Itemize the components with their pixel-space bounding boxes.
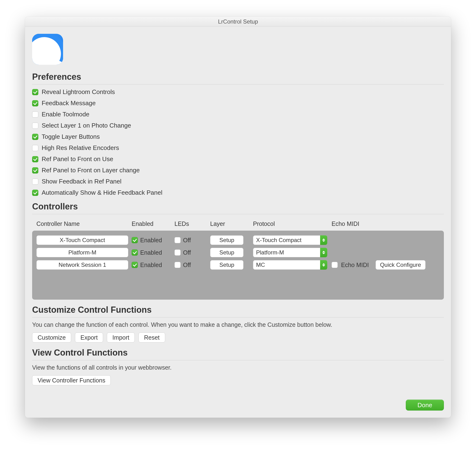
window-title: LrControl Setup <box>218 18 258 25</box>
preference-label: High Res Relative Encoders <box>42 144 119 152</box>
preference-checkbox[interactable] <box>32 145 38 151</box>
divider <box>32 317 444 318</box>
controller-row: Platform-MEnabledOffSetupPlatform-M <box>35 246 441 259</box>
divider <box>32 84 444 85</box>
export-button[interactable]: Export <box>75 333 103 342</box>
customize-button[interactable]: Customize <box>32 333 71 342</box>
preference-row: Reveal Lightroom Controls <box>32 88 444 96</box>
protocol-select[interactable]: Platform-M <box>253 248 327 257</box>
controllers-body: X-Touch CompactEnabledOffSetupX-Touch Co… <box>32 231 444 300</box>
preference-label: Select Layer 1 on Photo Change <box>42 122 131 129</box>
done-button[interactable]: Done <box>406 400 444 410</box>
preference-label: Ref Panel to Front on Layer change <box>42 167 140 174</box>
view-heading: View Control Functions <box>32 348 444 358</box>
chevron-updown-icon <box>320 235 327 245</box>
preference-checkbox[interactable] <box>32 134 38 140</box>
leds-off-label: Off <box>183 262 191 269</box>
app-icon <box>32 34 63 65</box>
controller-row: Network Session 1EnabledOffSetupMCEcho M… <box>35 259 441 271</box>
chevron-updown-icon <box>320 248 327 257</box>
footer: Done <box>32 400 444 410</box>
controller-enabled-label: Enabled <box>140 262 162 269</box>
setup-window: LrControl Setup Preferences Reveal Light… <box>25 17 451 418</box>
leds-off-checkbox[interactable] <box>174 262 181 268</box>
preferences-heading: Preferences <box>32 72 444 82</box>
preference-checkbox[interactable] <box>32 167 38 173</box>
controllers-panel: Controller Name Enabled LEDs Layer Proto… <box>32 218 444 300</box>
col-layer: Layer <box>210 221 253 227</box>
preference-row: Show Feedback in Ref Panel <box>32 178 444 185</box>
preference-row: Select Layer 1 on Photo Change <box>32 122 444 129</box>
layer-setup-button[interactable]: Setup <box>210 235 243 245</box>
preference-row: Ref Panel to Front on Use <box>32 155 444 163</box>
divider <box>32 360 444 360</box>
view-description: View the functions of all controls in yo… <box>32 364 444 371</box>
col-echo-midi: Echo MIDI <box>332 221 441 227</box>
titlebar: LrControl Setup <box>25 17 451 27</box>
leds-off-label: Off <box>183 237 191 244</box>
preference-label: Reveal Lightroom Controls <box>42 88 115 96</box>
protocol-select[interactable]: MC <box>253 260 327 270</box>
preference-label: Enable Toolmode <box>42 111 89 118</box>
customize-description: You can change the function of each cont… <box>32 321 444 328</box>
leds-off-label: Off <box>183 249 191 256</box>
leds-off-checkbox[interactable] <box>174 249 181 255</box>
layer-setup-button[interactable]: Setup <box>210 248 243 257</box>
protocol-select-value: Platform-M <box>253 248 327 257</box>
chevron-updown-icon <box>320 260 327 270</box>
controllers-header-row: Controller Name Enabled LEDs Layer Proto… <box>32 218 444 231</box>
echo-midi-label: Echo MIDI <box>341 262 369 269</box>
controller-enabled-checkbox[interactable] <box>132 237 138 243</box>
preference-label: Feedback Message <box>42 100 96 107</box>
preference-checkbox[interactable] <box>32 89 38 95</box>
preference-label: Show Feedback in Ref Panel <box>42 178 121 185</box>
preference-checkbox[interactable] <box>32 156 38 162</box>
customize-heading: Customize Control Functions <box>32 305 444 315</box>
preference-checkbox[interactable] <box>32 178 38 185</box>
col-controller-name: Controller Name <box>36 221 132 227</box>
preference-row: Enable Toolmode <box>32 111 444 118</box>
reset-button[interactable]: Reset <box>138 333 165 342</box>
preference-label: Automatically Show & Hide Feedback Panel <box>42 189 162 196</box>
import-button[interactable]: Import <box>107 333 135 342</box>
preferences-list: Reveal Lightroom ControlsFeedback Messag… <box>32 88 444 196</box>
preference-checkbox[interactable] <box>32 190 38 196</box>
controllers-heading: Controllers <box>32 202 444 212</box>
preference-checkbox[interactable] <box>32 122 38 129</box>
col-enabled: Enabled <box>132 221 174 227</box>
preference-row: Feedback Message <box>32 100 444 107</box>
preference-row: Automatically Show & Hide Feedback Panel <box>32 189 444 196</box>
protocol-select-value: MC <box>253 260 327 270</box>
preference-checkbox[interactable] <box>32 100 38 106</box>
protocol-select[interactable]: X-Touch Compact <box>253 235 327 245</box>
preference-row: Toggle Layer Buttons <box>32 133 444 140</box>
controller-enabled-checkbox[interactable] <box>132 262 138 268</box>
customize-button-row: Customize Export Import Reset <box>32 333 444 342</box>
col-protocol: Protocol <box>253 221 332 227</box>
controller-enabled-checkbox[interactable] <box>132 249 138 255</box>
leds-off-checkbox[interactable] <box>174 237 181 243</box>
preference-label: Toggle Layer Buttons <box>42 133 100 140</box>
controller-name-field[interactable]: X-Touch Compact <box>36 235 128 245</box>
layer-setup-button[interactable]: Setup <box>210 260 243 270</box>
preference-label: Ref Panel to Front on Use <box>42 155 113 163</box>
preference-row: High Res Relative Encoders <box>32 144 444 152</box>
controller-enabled-label: Enabled <box>140 237 162 244</box>
view-controller-functions-button[interactable]: View Controller Functions <box>32 375 111 385</box>
quick-configure-button[interactable]: Quick Configure <box>375 260 425 270</box>
content: Preferences Reveal Lightroom ControlsFee… <box>25 27 451 418</box>
echo-midi-checkbox[interactable] <box>332 262 338 268</box>
view-button-row: View Controller Functions <box>32 375 444 385</box>
col-leds: LEDs <box>174 221 210 227</box>
divider <box>32 214 444 214</box>
protocol-select-value: X-Touch Compact <box>253 235 327 245</box>
controller-enabled-label: Enabled <box>140 249 162 256</box>
controller-name-field[interactable]: Platform-M <box>36 248 128 257</box>
preference-row: Ref Panel to Front on Layer change <box>32 167 444 174</box>
controller-name-field[interactable]: Network Session 1 <box>36 260 128 270</box>
preference-checkbox[interactable] <box>32 111 38 118</box>
controller-row: X-Touch CompactEnabledOffSetupX-Touch Co… <box>35 234 441 246</box>
